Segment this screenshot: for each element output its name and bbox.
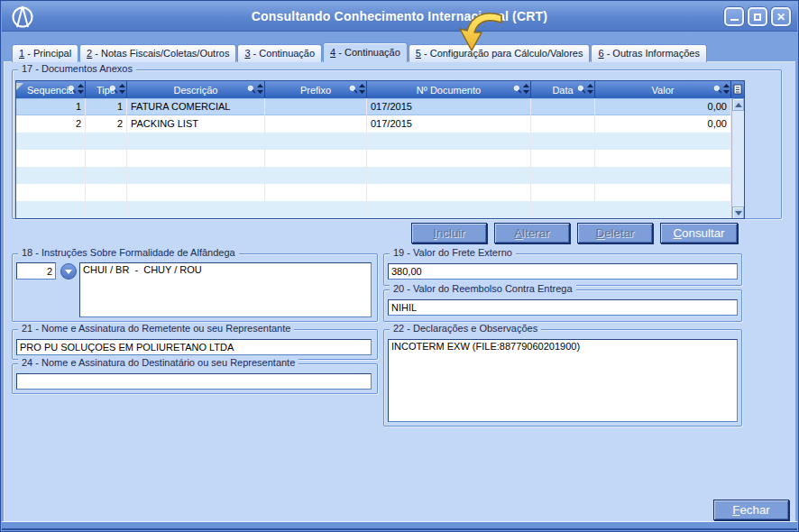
alterar-button[interactable]: Alterar bbox=[494, 223, 570, 243]
tab-1[interactable]: 1 - Principal bbox=[12, 44, 78, 62]
column-header-3[interactable]: Descrição bbox=[127, 81, 265, 98]
instrucoes-count-field[interactable] bbox=[16, 262, 56, 280]
table-cell bbox=[367, 201, 531, 218]
table-cell bbox=[16, 201, 86, 218]
column-header-2[interactable]: Tipo bbox=[86, 81, 127, 98]
column-label: Descrição bbox=[172, 85, 220, 96]
table-row[interactable]: 22PACKING LIST017/20150,00 bbox=[16, 115, 744, 133]
window-title: Consultando Conhecimento Internacional (… bbox=[2, 9, 797, 23]
table-cell: PACKING LIST bbox=[127, 115, 265, 133]
group-frete-label: 19 - Valor do Frete Externo bbox=[390, 247, 516, 258]
table-cell bbox=[127, 201, 265, 218]
magnifier-icon[interactable] bbox=[577, 85, 586, 96]
grid-body: 11FATURA COMERCIAL017/20150,0022PACKING … bbox=[16, 98, 744, 218]
magnifier-icon[interactable] bbox=[109, 85, 118, 96]
table-row[interactable] bbox=[16, 184, 744, 201]
group-destinatario: 24 - Nome e Assinatura do Destinatário o… bbox=[12, 363, 378, 394]
column-chooser-button[interactable] bbox=[731, 81, 744, 98]
table-cell: 1 bbox=[16, 98, 86, 115]
minimize-button[interactable] bbox=[724, 7, 744, 26]
magnifier-icon[interactable] bbox=[247, 85, 256, 96]
consultar-button[interactable]: Consultar bbox=[660, 223, 738, 243]
magnifier-icon[interactable] bbox=[68, 85, 77, 96]
table-row[interactable] bbox=[16, 167, 744, 184]
up-down-arrows-icon[interactable] bbox=[359, 84, 365, 96]
table-cell bbox=[531, 133, 595, 150]
grid-vertical-scrollbar[interactable] bbox=[731, 98, 744, 219]
table-cell: 2 bbox=[86, 115, 127, 133]
table-cell bbox=[16, 184, 86, 201]
table-cell bbox=[16, 150, 86, 167]
group-destinatario-label: 24 - Nome e Assinatura do Destinatário o… bbox=[18, 357, 298, 368]
table-cell bbox=[595, 150, 731, 167]
table-cell bbox=[595, 201, 731, 218]
column-label: Valor bbox=[650, 85, 676, 96]
column-header-6[interactable]: Data bbox=[531, 81, 595, 98]
table-cell bbox=[86, 184, 127, 201]
column-header-1[interactable]: Sequencia bbox=[16, 81, 86, 98]
column-header-4[interactable]: Prefixo bbox=[265, 81, 367, 98]
app-window: Consultando Conhecimento Internacional (… bbox=[0, 0, 799, 532]
tab-3[interactable]: 3 - Continuação bbox=[237, 44, 322, 62]
table-row[interactable] bbox=[16, 133, 744, 150]
up-down-arrows-icon[interactable] bbox=[119, 84, 125, 96]
destinatario-field[interactable] bbox=[16, 373, 372, 390]
reembolso-field[interactable] bbox=[388, 299, 738, 316]
table-cell: 017/2015 bbox=[367, 115, 531, 133]
frete-externo-field[interactable] bbox=[388, 263, 738, 280]
table-cell: 2 bbox=[16, 115, 86, 133]
group-declaracoes-label: 22 - Declarações e Observações bbox=[390, 323, 541, 334]
table-cell bbox=[127, 167, 265, 184]
group-reembolso-label: 20 - Valor do Reembolso Contra Entrega bbox=[390, 283, 576, 294]
table-cell bbox=[265, 150, 367, 167]
tab-2[interactable]: 2 - Notas Fiscais/Coletas/Outros bbox=[79, 44, 236, 62]
table-row[interactable] bbox=[16, 150, 744, 167]
tab-4[interactable]: 4 - Continuação bbox=[323, 42, 408, 62]
table-cell bbox=[595, 133, 731, 150]
remetente-field[interactable] bbox=[16, 339, 372, 355]
scroll-down-icon bbox=[735, 211, 742, 216]
instrucoes-dropdown-button[interactable] bbox=[60, 263, 77, 280]
up-down-arrows-icon[interactable] bbox=[78, 84, 84, 96]
column-label: Nº Documento bbox=[415, 85, 482, 96]
group-reembolso: 20 - Valor do Reembolso Contra Entrega bbox=[383, 289, 742, 322]
column-header-5[interactable]: Nº Documento bbox=[367, 81, 531, 98]
tab-6[interactable]: 6 - Outras Informações bbox=[591, 44, 707, 62]
incluir-button[interactable]: Incluir bbox=[411, 223, 487, 243]
maximize-button[interactable] bbox=[748, 7, 767, 26]
title-bar[interactable]: Consultando Conhecimento Internacional (… bbox=[2, 2, 797, 32]
table-cell bbox=[265, 167, 367, 184]
table-cell bbox=[86, 133, 127, 150]
table-cell bbox=[127, 184, 265, 201]
up-down-arrows-icon[interactable] bbox=[587, 84, 593, 96]
minimize-icon bbox=[730, 19, 739, 21]
fechar-button[interactable]: Fechar bbox=[713, 500, 789, 520]
table-row[interactable]: 11FATURA COMERCIAL017/20150,00 bbox=[16, 98, 744, 115]
magnifier-icon[interactable] bbox=[513, 85, 522, 96]
scroll-up-button[interactable] bbox=[732, 98, 744, 111]
instrucoes-textarea[interactable]: CHUI / BR - CHUY / ROU bbox=[79, 262, 372, 317]
table-cell bbox=[127, 150, 265, 167]
table-row[interactable] bbox=[16, 201, 744, 218]
maximize-icon bbox=[754, 14, 761, 21]
table-cell bbox=[16, 133, 86, 150]
deletar-button[interactable]: Deletar bbox=[577, 223, 653, 243]
magnifier-icon[interactable] bbox=[713, 85, 722, 96]
callout-yellow-arrow-icon bbox=[449, 9, 505, 56]
up-down-arrows-icon[interactable] bbox=[723, 84, 730, 96]
close-button[interactable]: ✕ bbox=[771, 7, 791, 26]
table-cell bbox=[265, 201, 367, 218]
up-down-arrows-icon[interactable] bbox=[257, 84, 263, 96]
column-header-7[interactable]: Valor bbox=[595, 81, 731, 98]
up-down-arrows-icon[interactable] bbox=[523, 84, 529, 96]
declaracoes-textarea[interactable]: INCOTERM EXW (FILE:88779060201900) bbox=[388, 339, 738, 422]
close-icon: ✕ bbox=[776, 12, 785, 23]
magnifier-icon[interactable] bbox=[349, 85, 358, 96]
table-cell bbox=[367, 133, 531, 150]
table-cell bbox=[531, 98, 595, 115]
table-cell: 0,00 bbox=[595, 115, 731, 133]
table-cell bbox=[86, 167, 127, 184]
table-cell bbox=[265, 133, 367, 150]
scroll-down-button[interactable] bbox=[732, 206, 744, 219]
table-cell bbox=[265, 98, 367, 115]
